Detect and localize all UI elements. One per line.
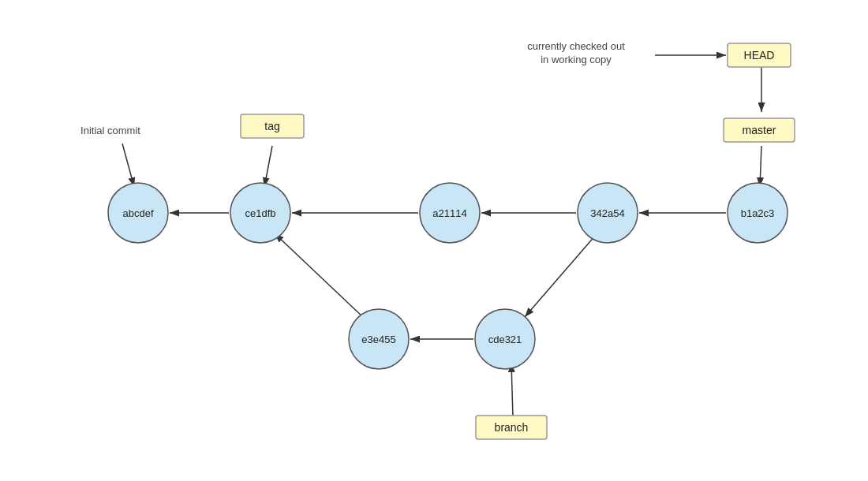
label-tag: tag bbox=[264, 120, 279, 132]
label-cde321: cde321 bbox=[488, 334, 522, 345]
checkout-label2: in working copy bbox=[541, 54, 612, 65]
label-master: master bbox=[743, 124, 776, 136]
arrow-initial-abcdef bbox=[122, 144, 134, 187]
label-e3e455: e3e455 bbox=[361, 334, 395, 345]
label-branch: branch bbox=[495, 421, 529, 434]
label-b1a2c3: b1a2c3 bbox=[741, 207, 775, 219]
label-342a54: 342a54 bbox=[590, 207, 624, 219]
label-abcdef: abcdef bbox=[122, 207, 153, 219]
initial-commit-label: Initial commit bbox=[80, 125, 140, 136]
git-graph: currently checked out in working copy In… bbox=[0, 0, 868, 481]
arrow-master-b1a2c3 bbox=[760, 146, 761, 187]
label-a21114: a21114 bbox=[432, 207, 466, 219]
arrow-e3e455-ce1dfb bbox=[275, 233, 365, 319]
label-head: HEAD bbox=[744, 49, 775, 62]
arrow-tag-ce1dfb bbox=[264, 146, 272, 187]
label-ce1dfb: ce1dfb bbox=[245, 207, 275, 219]
arrow-branch-cde321 bbox=[511, 363, 513, 418]
checkout-label: currently checked out bbox=[527, 40, 625, 52]
arrow-342a54-cde321 bbox=[525, 235, 596, 317]
